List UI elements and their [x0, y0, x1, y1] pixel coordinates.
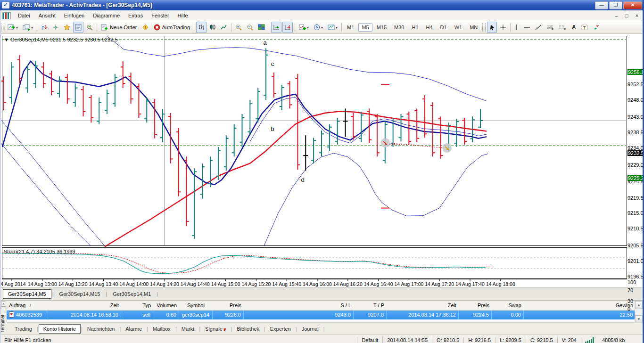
bar-chart-button[interactable]	[196, 22, 206, 33]
grid-f-button[interactable]: F	[557, 22, 568, 33]
timeframe-h4-button[interactable]: H4	[423, 23, 436, 32]
collapse-arrow-icon[interactable]: ▼	[4, 37, 9, 42]
menu-ansicht[interactable]: Ansicht	[34, 11, 60, 20]
trendline-button[interactable]	[533, 22, 544, 33]
minimize-button[interactable]: —	[595, 1, 608, 9]
column-header-sl[interactable]: S / L	[244, 301, 354, 310]
column-header-zeit[interactable]: Zeit	[48, 301, 121, 310]
strategy-tester-button[interactable]	[84, 22, 95, 33]
cursor-button[interactable]	[487, 22, 497, 33]
status-profile[interactable]: Default	[357, 336, 382, 343]
column-header-gewinn[interactable]: Gewinn	[524, 301, 636, 310]
new-order-button[interactable]: Neue Order	[99, 22, 139, 33]
svg-text:E: E	[552, 28, 553, 31]
tab-separator: |	[52, 291, 54, 297]
column-header-zeit[interactable]: Zeit	[387, 301, 459, 310]
column-header-preis[interactable]: Preis	[213, 301, 244, 310]
menu-fenster[interactable]: Fenster	[147, 11, 173, 20]
chart-tab-3[interactable]: Ger30Sep14,M1	[108, 290, 156, 298]
vertical-line-button[interactable]	[512, 22, 521, 33]
menu-hilfe[interactable]: Hilfe	[173, 11, 192, 20]
terminal-tab-nachrichten[interactable]: Nachrichten	[83, 325, 119, 333]
zoom-in-button[interactable]	[233, 22, 244, 33]
timeframe-m5-button[interactable]: M5	[358, 23, 372, 32]
new-chart-button[interactable]: ▾	[6, 22, 20, 33]
templates-button[interactable]: ▾	[326, 22, 339, 33]
price-axis-label: 9248.0	[627, 97, 644, 103]
chart-tab-2[interactable]: Ger30Sep14,M15	[55, 290, 105, 298]
line-chart-button[interactable]	[219, 22, 229, 33]
terminal-tab-signale[interactable]: Signale 9	[201, 325, 230, 333]
column-header-tp[interactable]: T / P	[354, 301, 387, 310]
chart-shift-button[interactable]	[282, 22, 293, 33]
chart-menu-icon[interactable]	[2, 12, 11, 19]
terminal-tab-markt[interactable]: Markt	[177, 325, 199, 333]
history-order-row[interactable]: 4060325392014.08.14 16:58:10sell0.60ger3…	[7, 310, 636, 319]
column-header-auftrag[interactable]: Auftrag /	[7, 301, 48, 310]
signals-count-badge: 9	[223, 327, 226, 332]
terminal-tab-journal[interactable]: Journal	[297, 325, 323, 333]
terminal-tab-alarme[interactable]: Alarme	[121, 325, 146, 333]
close-button[interactable]: ✕	[623, 1, 642, 9]
menu-einfügen[interactable]: Einfügen	[60, 11, 89, 20]
toolbar-separator	[231, 23, 231, 32]
terminal-tab-experten[interactable]: Experten	[266, 325, 295, 333]
timeframe-m15-button[interactable]: M15	[373, 23, 390, 32]
text-icon: A	[571, 24, 577, 31]
column-header-swap[interactable]: Swap	[492, 301, 524, 310]
timeframe-mn-button[interactable]: MN	[466, 23, 481, 32]
fibonacci-button[interactable]: E	[545, 22, 556, 33]
terminal-tab-mailbox[interactable]: Mailbox	[149, 325, 175, 333]
timeframe-w1-button[interactable]: W1	[451, 23, 466, 32]
auto-scroll-button[interactable]	[271, 22, 281, 33]
data-window-button[interactable]	[50, 22, 61, 33]
time-label: 14 Aug 17:00	[394, 281, 423, 287]
timeframe-d1-button[interactable]: D1	[437, 23, 450, 32]
time-label: 14 Aug 13:00	[28, 281, 57, 287]
terminal-tab-konto-historie[interactable]: Konto Historie	[39, 324, 81, 334]
menu-extras[interactable]: Extras	[124, 11, 147, 20]
text-label-button[interactable]: T	[579, 22, 590, 33]
app-logo-icon: ✓	[2, 2, 9, 8]
toolbar: ▾▾Neue OrderAutoTrading▾▾▾M1M5M15M30H1H4…	[0, 21, 644, 34]
child-minimize-icon[interactable]: –	[613, 13, 619, 18]
column-header-symbol[interactable]: Symbol	[179, 301, 213, 310]
timeframe-m1-button[interactable]: M1	[344, 23, 357, 32]
timeframe-m30-button[interactable]: M30	[391, 23, 407, 32]
shapes-button[interactable]	[591, 22, 602, 33]
profiles-button[interactable]: ▾	[21, 22, 35, 33]
tile-windows-button[interactable]	[256, 22, 267, 33]
navigator-button[interactable]	[62, 22, 72, 33]
terminal-tab-bibliothek[interactable]: Bibliothek	[232, 325, 264, 333]
menu-datei[interactable]: Datei	[14, 11, 34, 20]
svg-text:T: T	[583, 25, 586, 30]
zoom-out-button[interactable]	[245, 22, 255, 33]
chart-tab-1[interactable]: Ger30Sep14,M5	[3, 289, 51, 299]
horizontal-line-button[interactable]	[522, 22, 532, 33]
terminal-button[interactable]	[73, 22, 83, 33]
timeframe-h1-button[interactable]: H1	[408, 23, 421, 32]
restore-button[interactable]: ❐	[609, 1, 622, 9]
autotrading-button[interactable]: AutoTrading	[152, 22, 192, 33]
periods-button[interactable]: ▾	[312, 22, 325, 33]
terminal-scrollbar[interactable]: ▲ ▼	[635, 301, 643, 324]
chart-area[interactable]: ▼ Ger30Sep14,M5 9231.5 9232.5 9230.5 923…	[0, 34, 644, 287]
menu-diagramme[interactable]: Diagramme	[89, 11, 124, 20]
candlestick-chart-button[interactable]	[207, 22, 218, 33]
column-header-volumen[interactable]: Volumen	[153, 301, 179, 310]
column-header-typ[interactable]: Typ	[121, 301, 153, 310]
terminal-tab-trading[interactable]: Trading	[10, 325, 36, 333]
crosshair-button[interactable]	[498, 22, 508, 33]
child-close-icon[interactable]: ×	[634, 13, 640, 18]
text-button[interactable]: A	[569, 22, 578, 33]
market-watch-button[interactable]	[39, 22, 50, 33]
metaeditor-button[interactable]	[140, 22, 151, 33]
column-header-preis[interactable]: Preis	[459, 301, 492, 310]
tab-separator: |	[119, 326, 121, 332]
child-restore-icon[interactable]: □	[623, 13, 630, 18]
status-help-text: Für Hilfe F1 drücken	[0, 336, 357, 343]
line-chart-icon	[221, 24, 227, 31]
tab-separator: |	[175, 326, 177, 332]
price-chart-canvas[interactable]: acbd14 Aug 201414 Aug 13:0014 Aug 13:201…	[0, 34, 627, 287]
indicators-button[interactable]: ▾	[297, 22, 311, 33]
